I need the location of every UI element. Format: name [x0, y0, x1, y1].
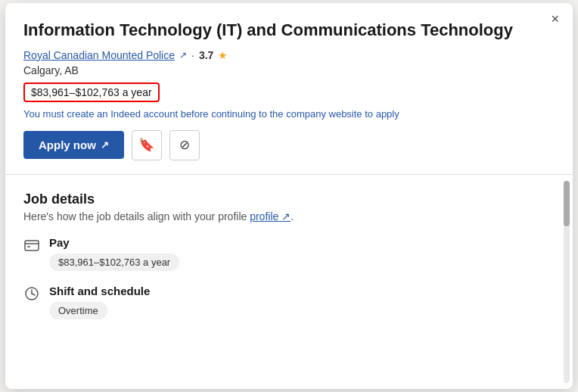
shift-content: Shift and schedule Overtime: [49, 285, 150, 319]
svg-rect-0: [25, 241, 39, 250]
block-icon: ⊘: [179, 137, 190, 153]
scrollbar-thumb[interactable]: [564, 181, 570, 226]
shift-icon: [23, 286, 40, 305]
salary-range: $83,961–$102,763 a year: [23, 82, 160, 102]
account-notice: You must create an Indeed account before…: [23, 108, 555, 120]
pay-content: Pay $83,961–$102,763 a year: [49, 236, 179, 271]
job-modal: × Information Technology (IT) and Commun…: [5, 3, 573, 389]
company-row: Royal Canadian Mounted Police ↗ · 3.7 ★: [23, 49, 555, 61]
top-section: Information Technology (IT) and Communic…: [5, 3, 573, 175]
job-details-title: Job details: [23, 191, 555, 207]
company-rating: 3.7: [199, 49, 213, 61]
pay-icon: [23, 238, 40, 257]
separator-dot: ·: [191, 49, 194, 61]
shift-label: Shift and schedule: [49, 285, 150, 297]
scrollbar-track[interactable]: [564, 181, 570, 383]
profile-external-icon: ↗: [281, 210, 291, 222]
pay-label: Pay: [49, 236, 179, 249]
svg-line-5: [32, 294, 35, 295]
apply-now-button[interactable]: Apply now ↗: [23, 131, 124, 159]
company-name[interactable]: Royal Canadian Mounted Police: [23, 49, 175, 61]
shift-row: Shift and schedule Overtime: [23, 285, 555, 319]
external-link-icon: ↗: [179, 50, 187, 61]
bottom-section: Job details Here's how the job details a…: [5, 175, 573, 389]
bookmark-button[interactable]: 🔖: [132, 130, 162, 160]
job-details-subtitle: Here's how the job details align with yo…: [23, 210, 555, 222]
pay-tag: $83,961–$102,763 a year: [49, 254, 179, 271]
star-icon: ★: [218, 49, 228, 61]
job-location: Calgary, AB: [23, 64, 555, 76]
profile-link[interactable]: profile ↗: [250, 210, 291, 222]
apply-external-icon: ↗: [101, 139, 109, 151]
bookmark-icon: 🔖: [138, 137, 154, 153]
pay-row: Pay $83,961–$102,763 a year: [23, 236, 555, 271]
block-button[interactable]: ⊘: [169, 130, 200, 160]
job-title: Information Technology (IT) and Communic…: [23, 20, 555, 42]
close-button[interactable]: ×: [548, 11, 562, 27]
actions-row: Apply now ↗ 🔖 ⊘: [23, 130, 555, 160]
apply-button-label: Apply now: [39, 138, 96, 151]
shift-tag: Overtime: [49, 302, 107, 319]
